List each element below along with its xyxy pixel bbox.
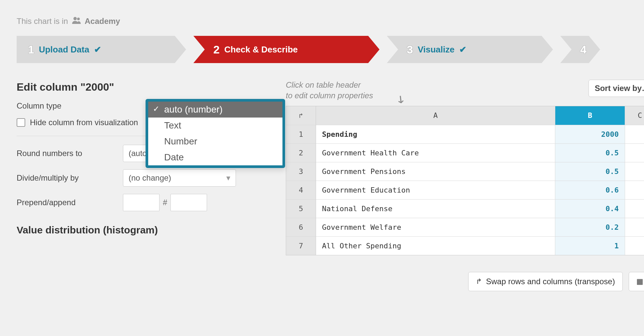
cell[interactable]: 2000 <box>555 125 625 143</box>
cell[interactable] <box>625 181 644 199</box>
hide-column-label: Hide column from visualization <box>30 118 138 127</box>
owner-breadcrumb: This chart is in Academy <box>17 17 644 26</box>
divmul-value: (no change) <box>129 173 171 183</box>
breadcrumb-prefix: This chart is in <box>17 17 68 26</box>
cell[interactable]: Spending <box>316 125 555 143</box>
cell[interactable]: All Other Spending <box>316 236 555 255</box>
divmul-label: Divide/multiply by <box>17 173 123 183</box>
step-label: Upload Data <box>39 44 89 55</box>
type-option-number[interactable]: Number <box>148 133 282 149</box>
cell[interactable] <box>625 218 644 236</box>
row-number[interactable]: 1 <box>286 125 316 143</box>
field-divmul: Divide/multiply by (no change) ▾ <box>17 169 276 187</box>
step-4[interactable]: 4 <box>560 36 600 63</box>
table-header-row: ↱ A B C <box>286 106 644 125</box>
row-number[interactable]: 5 <box>286 199 316 218</box>
step-upload[interactable]: 1 Upload Data ✔ <box>17 36 186 63</box>
table-row: 5 National Defense 0.4 <box>286 199 644 218</box>
cell[interactable] <box>625 199 644 218</box>
cell[interactable] <box>625 125 644 143</box>
prepend-separator: # <box>163 198 167 207</box>
chevron-down-icon: ▾ <box>226 173 230 183</box>
editor-title: Edit column "2000" <box>17 81 276 93</box>
type-option-text[interactable]: Text <box>148 118 282 133</box>
checkbox-icon <box>17 118 25 127</box>
owner-name[interactable]: Academy <box>85 17 120 26</box>
data-preview: Click on table header to edit column pro… <box>286 80 644 291</box>
sort-label: Sort view by… <box>595 84 644 93</box>
grid-icon: ▦ <box>636 277 643 286</box>
table-row: 1 Spending 2000 <box>286 125 644 143</box>
people-icon <box>72 17 81 26</box>
row-number[interactable]: 2 <box>286 143 316 162</box>
step-label: Visualize <box>418 44 455 55</box>
row-number[interactable]: 4 <box>286 181 316 199</box>
swap-icon: ↱ <box>476 277 482 286</box>
cell[interactable]: Government Welfare <box>316 218 555 236</box>
data-table: ↱ A B C 1 Spending 2000 2 Government Hea… <box>286 106 644 255</box>
divmul-select[interactable]: (no change) ▾ <box>123 169 236 187</box>
row-number[interactable]: 7 <box>286 236 316 255</box>
cell[interactable]: 0.5 <box>555 143 625 162</box>
step-check-describe[interactable]: 2 Check & Describe <box>193 36 379 63</box>
svg-point-1 <box>77 18 80 20</box>
table-row: 2 Government Health Care 0.5 <box>286 143 644 162</box>
type-option-auto[interactable]: auto (number) <box>148 102 282 118</box>
prepend-input[interactable] <box>123 194 160 211</box>
column-type-dropdown[interactable]: auto (number) Text Number Date <box>146 99 285 168</box>
row-number[interactable]: 6 <box>286 218 316 236</box>
histogram-title: Value distribution (histogram) <box>17 224 276 236</box>
prepend-label: Prepend/append <box>17 198 123 207</box>
cell[interactable]: Government Education <box>316 181 555 199</box>
cell[interactable]: National Defense <box>316 199 555 218</box>
type-option-date[interactable]: Date <box>148 149 282 165</box>
transpose-corner-icon[interactable]: ↱ <box>286 106 316 125</box>
cell[interactable]: 0.4 <box>555 199 625 218</box>
col-header-C[interactable]: C <box>625 106 644 125</box>
column-type-label: Column type <box>17 101 123 111</box>
cell[interactable]: Government Health Care <box>316 143 555 162</box>
svg-point-0 <box>73 17 77 20</box>
field-prepend-append: Prepend/append # <box>17 194 276 211</box>
table-row: 6 Government Welfare 0.2 <box>286 218 644 236</box>
step-label: Check & Describe <box>224 44 298 55</box>
cell[interactable]: 0.5 <box>555 162 625 181</box>
cell[interactable]: 1 <box>555 236 625 255</box>
col-header-A[interactable]: A <box>316 106 555 125</box>
step-number: 4 <box>580 43 587 56</box>
transpose-label: Swap rows and columns (transpose) <box>486 277 615 286</box>
step-number: 2 <box>213 43 220 56</box>
table-row: 7 All Other Spending 1 <box>286 236 644 255</box>
cell[interactable] <box>625 162 644 181</box>
hint-line2: to edit column properties <box>286 91 373 100</box>
arrow-swoosh-icon: ↘ <box>392 90 408 108</box>
step-number: 3 <box>407 43 413 56</box>
wizard-steps: 1 Upload Data ✔ 2 Check & Describe 3 Vis… <box>17 36 644 63</box>
transpose-button[interactable]: ↱ Swap rows and columns (transpose) <box>468 272 622 291</box>
step-number: 1 <box>28 43 34 56</box>
cell[interactable]: 0.2 <box>555 218 625 236</box>
step-visualize[interactable]: 3 Visualize ✔ <box>387 36 553 63</box>
cell[interactable]: 0.6 <box>555 181 625 199</box>
column-editor: Edit column "2000" Column type Hide colu… <box>17 80 276 291</box>
sort-view-button[interactable]: Sort view by… ▾ <box>589 80 644 97</box>
cell[interactable] <box>625 143 644 162</box>
check-icon: ✔ <box>459 44 467 55</box>
cell[interactable]: Government Pensions <box>316 162 555 181</box>
table-row: 3 Government Pensions 0.5 <box>286 162 644 181</box>
row-number[interactable]: 3 <box>286 162 316 181</box>
hint-line1: Click on table header <box>286 80 361 89</box>
cell[interactable] <box>625 236 644 255</box>
table-hint: Click on table header to edit column pro… <box>286 80 373 101</box>
append-input[interactable] <box>170 194 207 211</box>
col-header-B[interactable]: B <box>555 106 625 125</box>
round-label: Round numbers to <box>17 149 123 158</box>
table-row: 4 Government Education 0.6 <box>286 181 644 199</box>
add-column-button[interactable]: ▦ Ad <box>629 272 644 291</box>
check-icon: ✔ <box>94 44 101 55</box>
